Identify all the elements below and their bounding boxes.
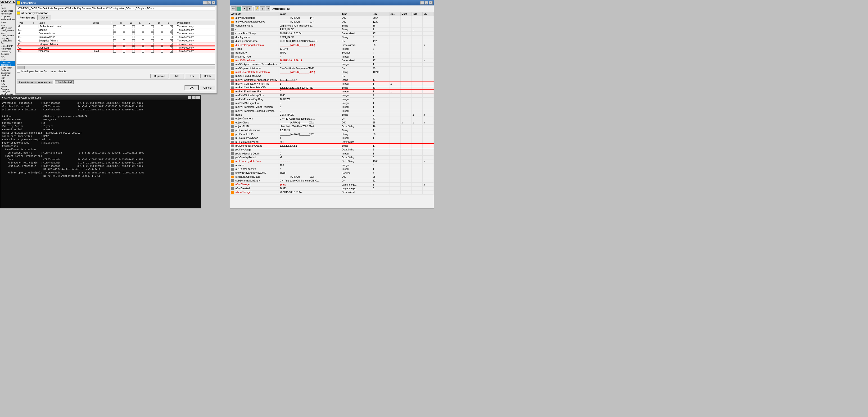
- sidebar-item[interactable]: OID: [0, 80, 15, 83]
- perm-d[interactable]: [157, 28, 167, 32]
- duplicate-button[interactable]: Duplicate: [150, 74, 168, 79]
- perm-d[interactable]: [157, 50, 167, 53]
- sidebar-item[interactable]: Certification Authoriti: [0, 66, 15, 71]
- perm-d[interactable]: [157, 39, 167, 42]
- attr-table-row[interactable]: structuralObjectClass ________[ARRAY]___…: [230, 175, 434, 179]
- attr-table-row[interactable]: subSchemaSubEntry CN=Aggregate,CN=Schema…: [230, 179, 434, 183]
- attr-table-row[interactable]: uSNChanged 16943 Large Intege... 5 x: [230, 183, 434, 186]
- attr-table-row[interactable]: objectCategory CN=PKI-Certificate-Templa…: [230, 117, 434, 121]
- sidebar-item[interactable]: Windows NT: [0, 93, 15, 95]
- adsi-minimize-button[interactable]: ─: [420, 1, 424, 4]
- sidebar-item[interactable]: stUpdates: [0, 15, 15, 18]
- adsi-maximize-button[interactable]: □: [425, 1, 428, 4]
- attr-table-row[interactable]: canonicalName corp.qihoo.cn/Configuratio…: [230, 24, 434, 28]
- perm-s[interactable]: [167, 35, 176, 39]
- perm-d[interactable]: [157, 32, 167, 35]
- perm-d[interactable]: [157, 46, 167, 50]
- attr-table-row[interactable]: msPKI-Cert-Template-OID 1.3.6.1.4.1.311.…: [230, 86, 434, 90]
- attr-table-row[interactable]: Flags 131649 Integer 6: [230, 47, 434, 51]
- attr-table-row[interactable]: msDS-ReplAttributeMetaData ________[ARRA…: [230, 70, 434, 74]
- attr-table-row[interactable]: pKICriticalExtensions 2.5.29.15 String 9: [230, 128, 434, 132]
- attr-table-row[interactable]: msPKI-Certificate-Name-Flag 1 Integer 1 …: [230, 82, 434, 86]
- perm-table-row[interactable]: G... caadmin This object only: [17, 28, 215, 32]
- perm-s[interactable]: [167, 25, 176, 28]
- attr-table-row[interactable]: pKIExpirationPeriod £×1 Octet String 8: [230, 140, 434, 144]
- sidebar-item[interactable]: RAS: [0, 83, 15, 85]
- cmd-maximize-button[interactable]: □: [192, 96, 196, 99]
- attr-table-row[interactable]: pKIOverlapPeriod •€ Octet String 8: [230, 155, 434, 159]
- sidebar-item[interactable]: hadow Principal Configura: [0, 85, 15, 93]
- toolbar-icon-1[interactable]: ⟳: [231, 6, 236, 11]
- perm-l[interactable]: [138, 28, 148, 32]
- perm-r[interactable]: [119, 25, 129, 28]
- minimize-button[interactable]: ─: [203, 1, 207, 4]
- attr-table-row[interactable]: msPKI-Certificate-Application-Policy 1.3…: [230, 78, 434, 82]
- attr-table-row[interactable]: msDS-parentdistname CN=Certificate Templ…: [230, 66, 434, 70]
- attr-table-row[interactable]: fromEntry TRUE Boolean 4: [230, 51, 434, 55]
- sidebar-item[interactable]: itions: [0, 21, 15, 24]
- perm-table-row[interactable]: G... [ Authenticated Users ] This object…: [17, 25, 215, 28]
- attr-table-row[interactable]: cn ESC4_BACK String 9 x: [230, 28, 434, 31]
- sidebar-item[interactable]: KRA: [0, 77, 15, 80]
- perm-s[interactable]: [167, 32, 176, 35]
- perm-w[interactable]: [129, 35, 138, 39]
- perm-table-row[interactable]: G... zhangsan This object only: [17, 46, 215, 50]
- sidebar-item[interactable]: icrosoft SPP: [0, 44, 15, 48]
- perm-r[interactable]: [119, 46, 129, 50]
- adsi-close-button[interactable]: ✕: [429, 1, 433, 4]
- attr-table-row[interactable]: revision 100 Integer 3: [230, 163, 434, 167]
- perm-table-row[interactable]: G... Domain Admins This object only: [17, 32, 215, 35]
- perm-f[interactable]: [110, 50, 119, 53]
- tab-owner[interactable]: Owner: [38, 15, 51, 20]
- perm-r[interactable]: [119, 35, 129, 39]
- attr-table-row[interactable]: objectGUID dfeac1a4-1806-4ff4-a75b-22144…: [230, 125, 434, 128]
- inherit-checkbox[interactable]: [17, 70, 20, 73]
- perm-table-row[interactable]: G... Enterprise Admins This object only: [17, 39, 215, 42]
- perm-s[interactable]: [167, 46, 176, 50]
- perm-w[interactable]: [129, 50, 138, 53]
- sidebar-item[interactable]: Public Key Services: [0, 50, 15, 55]
- perm-d[interactable]: [157, 35, 167, 39]
- sidebar-item[interactable]: ration: [0, 7, 15, 9]
- sidebar-item[interactable]: letServices: [0, 48, 15, 50]
- perm-table-row[interactable]: G... Enterprise Admins This object only: [17, 42, 215, 46]
- sidebar-item[interactable]: ices: [0, 24, 15, 27]
- attr-table-row[interactable]: msDS-Approx-Immed-Subordinates 0 Integer…: [230, 63, 434, 66]
- sidebar-item[interactable]: laySpecifiers: [0, 9, 15, 12]
- toolbar-icon-3[interactable]: ✕: [242, 6, 247, 11]
- perm-l[interactable]: [138, 25, 148, 28]
- delete-button[interactable]: Delete: [200, 74, 215, 79]
- attr-table-row[interactable]: msPKI-Template-Schema-Version 2 Integer …: [230, 109, 434, 113]
- perm-r[interactable]: [119, 28, 129, 32]
- attr-table-row[interactable]: uSNCreated 16923 Large Intege... 5: [230, 186, 434, 190]
- perm-r[interactable]: [119, 32, 129, 35]
- maximize-button[interactable]: □: [207, 1, 211, 4]
- perm-f[interactable]: [110, 42, 119, 46]
- attr-table-row[interactable]: dSCorePropagationData ________[ARRAY]___…: [230, 43, 434, 47]
- perm-r[interactable]: [119, 50, 129, 53]
- perm-c[interactable]: [148, 25, 157, 28]
- add-button[interactable]: Add: [169, 74, 184, 79]
- toolbar-icon-4[interactable]: ▶: [247, 6, 252, 11]
- perm-s[interactable]: [167, 39, 176, 42]
- sidebar-item[interactable]: CDP: [0, 58, 15, 61]
- attr-table-row[interactable]: pKIKeyUsage Octet String 2: [230, 148, 434, 152]
- sidebar-item[interactable]: ): [0, 4, 15, 7]
- attr-table-row[interactable]: displayName ESC4_BACK String 9: [230, 35, 434, 39]
- perm-f[interactable]: [110, 25, 119, 28]
- perm-l[interactable]: [138, 32, 148, 35]
- cmd-close-button[interactable]: ✕: [196, 96, 200, 99]
- sidebar-item[interactable]: roup Key Distribution Ser: [0, 37, 15, 44]
- attr-table-row[interactable]: msPKI-RA-Signature 0 Integer 1: [230, 101, 434, 105]
- perm-l[interactable]: [138, 42, 148, 46]
- perm-s[interactable]: [167, 42, 176, 46]
- close-button[interactable]: ✕: [212, 1, 215, 4]
- attr-table-row[interactable]: showInAdvancedViewOnly TRUE Boolean 4: [230, 171, 434, 175]
- perm-w[interactable]: [129, 32, 138, 35]
- attr-table-row[interactable]: pKIExtendedKeyUsage 1.3.6.1.5.5.7.3.1 St…: [230, 144, 434, 148]
- perm-w[interactable]: [129, 25, 138, 28]
- perm-f[interactable]: [110, 39, 119, 42]
- sidebar-item[interactable]: uthN Policy Configuration: [0, 27, 15, 32]
- attr-table-row[interactable]: msPKI-Minimal-Key-Size 2048 Integer 4: [230, 94, 434, 97]
- perm-f[interactable]: [110, 28, 119, 32]
